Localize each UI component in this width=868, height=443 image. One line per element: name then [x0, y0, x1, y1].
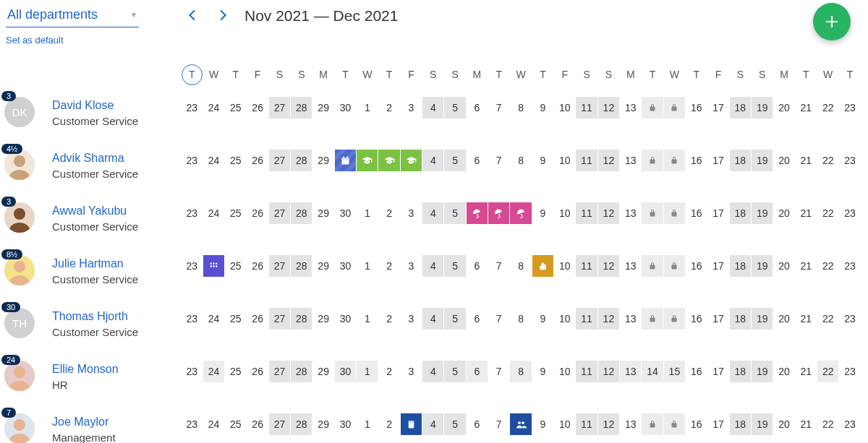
day-cell[interactable]: 23 [839, 150, 860, 171]
day-cell[interactable]: 11 [576, 255, 597, 277]
day-cell[interactable]: 26 [247, 150, 268, 171]
day-cell[interactable]: 24 [203, 150, 224, 171]
day-cell[interactable]: 23 [839, 308, 860, 330]
day-cell[interactable]: 20 [773, 413, 794, 435]
day-cell[interactable]: 21 [796, 97, 817, 119]
day-cell[interactable]: 2 [378, 308, 399, 330]
day-cell[interactable]: 19 [752, 413, 773, 435]
day-cell[interactable]: 24 [203, 202, 224, 224]
day-cell[interactable]: 23 [839, 255, 860, 277]
locked-day-cell[interactable] [642, 202, 663, 224]
day-cell[interactable]: 12 [598, 97, 619, 119]
day-cell[interactable]: 25 [225, 413, 246, 435]
person-name-link[interactable]: David Klose [52, 99, 114, 112]
day-cell[interactable]: 27 [269, 97, 290, 119]
day-cell[interactable]: 24 [203, 97, 224, 119]
next-period-button[interactable] [214, 7, 230, 26]
day-cell[interactable]: 8 [510, 361, 531, 382]
day-cell[interactable] [401, 150, 422, 171]
day-cell[interactable]: 8 [510, 150, 531, 171]
day-cell[interactable]: 23 [182, 202, 203, 224]
day-cell[interactable]: 28 [291, 255, 312, 277]
day-cell[interactable]: 26 [247, 97, 268, 119]
day-cell[interactable]: 6 [467, 97, 488, 119]
day-cell[interactable]: 25 [225, 202, 246, 224]
day-cell[interactable]: 21 [796, 361, 817, 382]
day-cell[interactable]: 26 [247, 255, 268, 277]
day-cell[interactable]: 25 [225, 361, 246, 382]
day-cell[interactable]: 11 [576, 202, 597, 224]
day-cell[interactable]: 22 [817, 413, 838, 435]
avatar[interactable] [4, 255, 35, 285]
day-cell[interactable]: 18 [730, 255, 751, 277]
day-cell[interactable]: 1 [357, 202, 378, 224]
day-cell[interactable]: 10 [554, 255, 575, 277]
locked-day-cell[interactable] [664, 255, 685, 277]
locked-day-cell[interactable] [642, 97, 663, 119]
day-cell[interactable]: 10 [554, 413, 575, 435]
day-cell[interactable] [488, 202, 509, 224]
day-cell[interactable]: 10 [554, 202, 575, 224]
day-cell[interactable]: 27 [269, 413, 290, 435]
day-cell[interactable] [357, 150, 378, 171]
day-cell[interactable]: 6 [467, 413, 488, 435]
day-cell[interactable]: 1 [357, 97, 378, 119]
day-cell[interactable] [378, 150, 399, 171]
day-cell[interactable]: 9 [532, 308, 553, 330]
locked-day-cell[interactable] [664, 413, 685, 435]
day-cell[interactable]: 4 [422, 413, 443, 435]
day-cell[interactable] [510, 202, 531, 224]
day-cell[interactable]: 1 [357, 255, 378, 277]
day-cell[interactable]: 27 [269, 255, 290, 277]
day-cell[interactable]: 4 [422, 361, 443, 382]
day-cell[interactable]: 30 [335, 202, 356, 224]
set-as-default-link[interactable]: Set as default [6, 35, 64, 46]
day-cell[interactable]: 20 [773, 150, 794, 171]
day-cell[interactable]: 13 [620, 97, 641, 119]
day-cell[interactable]: 7 [488, 97, 509, 119]
day-cell[interactable]: 3 [401, 97, 422, 119]
day-cell[interactable]: 19 [752, 255, 773, 277]
locked-day-cell[interactable] [664, 202, 685, 224]
day-cell[interactable]: 7 [488, 308, 509, 330]
person-name-link[interactable]: Julie Hartman [52, 257, 124, 270]
day-cell[interactable]: 7 [488, 150, 509, 171]
day-cell[interactable]: 11 [576, 308, 597, 330]
day-cell[interactable]: 4 [422, 150, 443, 171]
day-cell[interactable]: 27 [269, 202, 290, 224]
day-cell[interactable]: 21 [796, 308, 817, 330]
day-cell[interactable]: 22 [817, 150, 838, 171]
day-cell[interactable] [532, 255, 553, 277]
day-cell[interactable]: 2 [378, 361, 399, 382]
day-cell[interactable]: 13 [620, 308, 641, 330]
day-cell[interactable]: 11 [576, 150, 597, 171]
locked-day-cell[interactable] [664, 97, 685, 119]
day-cell[interactable]: 22 [817, 255, 838, 277]
day-cell[interactable]: 8 [510, 255, 531, 277]
day-cell[interactable]: 29 [312, 413, 333, 435]
day-cell[interactable]: 28 [291, 97, 312, 119]
day-cell[interactable]: 4 [422, 308, 443, 330]
day-cell[interactable]: 8 [510, 308, 531, 330]
day-cell[interactable]: 9 [532, 150, 553, 171]
person-name-link[interactable]: Awwal Yakubu [52, 205, 127, 218]
day-cell[interactable]: 3 [401, 308, 422, 330]
day-cell[interactable]: 20 [773, 308, 794, 330]
day-cell[interactable]: 5 [444, 413, 465, 435]
day-cell[interactable]: 19 [752, 97, 773, 119]
day-cell[interactable]: 5 [444, 150, 465, 171]
day-cell[interactable]: 17 [707, 413, 728, 435]
person-name-link[interactable]: Joe Maylor [52, 416, 109, 429]
day-cell[interactable]: 1 [357, 413, 378, 435]
day-cell[interactable]: 12 [598, 150, 619, 171]
day-cell[interactable]: 23 [182, 150, 203, 171]
day-cell[interactable]: 18 [730, 308, 751, 330]
day-cell[interactable]: 10 [554, 308, 575, 330]
day-cell[interactable]: 28 [291, 150, 312, 171]
day-cell[interactable]: 12 [598, 308, 619, 330]
day-cell[interactable]: 2 [378, 202, 399, 224]
day-cell[interactable]: 18 [730, 413, 751, 435]
day-cell[interactable]: 13 [620, 150, 641, 171]
avatar[interactable]: DK [4, 97, 35, 127]
day-cell[interactable]: 6 [467, 361, 488, 382]
